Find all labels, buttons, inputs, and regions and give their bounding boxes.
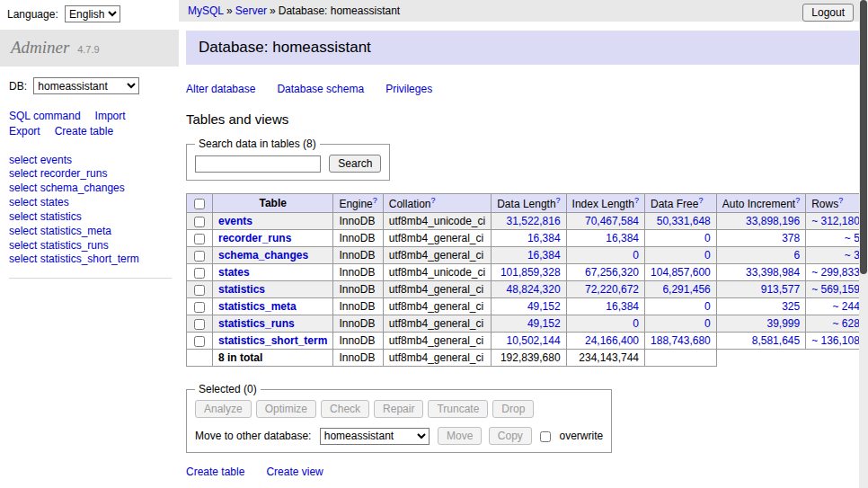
rows-cell-link[interactable]: ~ 3	[845, 249, 860, 262]
data-length-cell-link[interactable]: 16,384	[527, 249, 561, 262]
vertical-scrollbar[interactable]	[859, 0, 868, 488]
data-length-cell-link[interactable]: 48,824,320	[507, 283, 561, 296]
rows-cell-link[interactable]: ~ 569,159	[811, 283, 860, 296]
row-checkbox[interactable]	[194, 268, 205, 279]
auto-increment-cell-link[interactable]: 378	[782, 232, 800, 244]
data-length-cell-link[interactable]: 101,859,328	[500, 266, 561, 279]
auto-increment-cell-link[interactable]: 33,898,196	[746, 215, 800, 227]
database-action-link[interactable]: Privileges	[385, 83, 432, 95]
move-button[interactable]: Move	[438, 427, 482, 445]
data-length-cell-link[interactable]: 31,522,816	[507, 215, 561, 227]
data-free-cell-link[interactable]: 188,743,680	[651, 334, 711, 347]
sidebar-table-link[interactable]: select statistics_meta	[9, 225, 172, 239]
sidebar-table-link[interactable]: select statistics_short_term	[9, 253, 172, 267]
sidebar-link[interactable]: Create table	[55, 125, 113, 138]
row-checkbox[interactable]	[194, 251, 205, 262]
table-name-link[interactable]: schema_changes	[218, 249, 308, 262]
data-length-cell-link[interactable]: 49,152	[527, 317, 561, 330]
select-all-checkbox[interactable]	[194, 199, 205, 209]
column-help-link[interactable]: ?	[795, 196, 800, 205]
data-free-cell-link[interactable]: 6,291,456	[662, 283, 710, 296]
data-free-cell-link[interactable]: 0	[704, 249, 711, 262]
rows-cell-link[interactable]: ~ 312,180	[811, 215, 860, 227]
data-free-cell-link[interactable]: 0	[704, 300, 711, 313]
rows-cell-link[interactable]: ~ 628	[833, 317, 860, 330]
bulk-optimize-button[interactable]: Optimize	[256, 400, 316, 418]
sidebar-link[interactable]: Export	[9, 125, 40, 138]
auto-increment-cell-link[interactable]: 325	[782, 300, 800, 313]
table-name-link[interactable]: statistics	[218, 283, 265, 296]
table-name-link[interactable]: recorder_runs	[218, 232, 291, 244]
row-checkbox[interactable]	[194, 217, 205, 227]
column-help-link[interactable]: ?	[838, 196, 843, 205]
bulk-truncate-button[interactable]: Truncate	[428, 400, 488, 418]
breadcrumb-item[interactable]: MySQL	[188, 4, 224, 17]
row-checkbox[interactable]	[194, 234, 205, 244]
data-length-cell-link[interactable]: 49,152	[527, 300, 561, 313]
data-length-cell-link[interactable]: 16,384	[527, 232, 561, 244]
data-free-cell-link[interactable]: 50,331,648	[657, 215, 711, 227]
create-link[interactable]: Create view	[266, 466, 323, 478]
table-name-link[interactable]: statistics_runs	[218, 317, 295, 330]
column-help-link[interactable]: ?	[556, 196, 561, 205]
sidebar-link[interactable]: SQL command	[9, 110, 81, 122]
copy-button[interactable]: Copy	[489, 427, 532, 445]
row-checkbox[interactable]	[194, 302, 205, 313]
bulk-analyze-button[interactable]: Analyze	[195, 400, 252, 418]
column-help-link[interactable]: ?	[698, 196, 703, 205]
auto-increment-cell-link[interactable]: 913,577	[761, 283, 800, 296]
index-length-cell-link[interactable]: 0	[633, 249, 639, 262]
db-select[interactable]: homeassistant	[33, 77, 139, 94]
rows-cell-link[interactable]: ~ 299,833	[811, 266, 860, 279]
breadcrumb-item[interactable]: Server	[235, 4, 267, 17]
bulk-repair-button[interactable]: Repair	[374, 400, 423, 418]
column-help-link[interactable]: ?	[373, 196, 377, 205]
sidebar-table-link[interactable]: select schema_changes	[9, 182, 172, 196]
index-length-cell-link[interactable]: 67,256,320	[585, 266, 639, 279]
row-checkbox[interactable]	[194, 285, 205, 296]
search-input[interactable]	[195, 155, 321, 173]
search-button[interactable]: Search	[329, 155, 381, 173]
row-checkbox[interactable]	[194, 319, 205, 330]
row-checkbox[interactable]	[194, 336, 205, 347]
index-length-cell-link[interactable]: 70,467,584	[585, 215, 639, 227]
column-help-link[interactable]: ?	[634, 196, 639, 205]
rows-cell-link[interactable]: ~ 5	[845, 232, 860, 244]
sidebar-link[interactable]: Import	[95, 110, 126, 122]
index-length-cell-link[interactable]: 72,220,672	[585, 283, 639, 296]
sidebar-table-link[interactable]: select statistics_runs	[9, 239, 172, 253]
data-free-cell-link[interactable]: 104,857,600	[651, 266, 711, 279]
column-help-link[interactable]: ?	[430, 196, 435, 205]
table-name-link[interactable]: states	[218, 266, 250, 279]
index-length-cell-link[interactable]: 16,384	[606, 300, 639, 313]
data-length-cell-link[interactable]: 10,502,144	[507, 334, 561, 347]
index-length-cell-link[interactable]: 0	[633, 317, 639, 330]
index-length-cell-link[interactable]: 16,384	[606, 232, 639, 244]
overwrite-checkbox[interactable]	[540, 431, 551, 442]
scrollbar-thumb[interactable]	[860, 0, 867, 274]
sidebar-table-link[interactable]: select statistics	[9, 210, 172, 225]
language-select[interactable]: English	[65, 5, 120, 22]
table-name-link[interactable]: events	[218, 215, 252, 227]
auto-increment-cell-link[interactable]: 39,999	[766, 317, 800, 330]
auto-increment-cell-link[interactable]: 8,581,645	[752, 334, 800, 347]
auto-increment-cell-link[interactable]: 33,398,984	[746, 266, 800, 279]
rows-cell-link[interactable]: ~ 244	[833, 300, 860, 313]
sidebar-table-link[interactable]: select recorder_runs	[9, 167, 172, 182]
create-link[interactable]: Create table	[186, 466, 244, 478]
data-free-cell-link[interactable]: 0	[704, 317, 711, 330]
index-length-cell-link[interactable]: 24,166,400	[585, 334, 639, 347]
rows-cell-link[interactable]: ~ 136,108	[811, 334, 860, 347]
sidebar-table-link[interactable]: select states	[9, 196, 172, 210]
logout-button[interactable]: Logout	[802, 4, 854, 22]
data-free-cell-link[interactable]: 0	[704, 232, 711, 244]
table-name-link[interactable]: statistics_meta	[218, 300, 297, 313]
sidebar-table-link[interactable]: select events	[9, 154, 172, 168]
bulk-check-button[interactable]: Check	[321, 400, 369, 418]
database-action-link[interactable]: Database schema	[277, 83, 364, 95]
table-name-link[interactable]: statistics_short_term	[218, 334, 327, 347]
bulk-drop-button[interactable]: Drop	[492, 400, 534, 418]
auto-increment-cell-link[interactable]: 6	[793, 249, 800, 262]
move-database-select[interactable]: homeassistant	[320, 428, 430, 445]
database-action-link[interactable]: Alter database	[186, 83, 255, 95]
